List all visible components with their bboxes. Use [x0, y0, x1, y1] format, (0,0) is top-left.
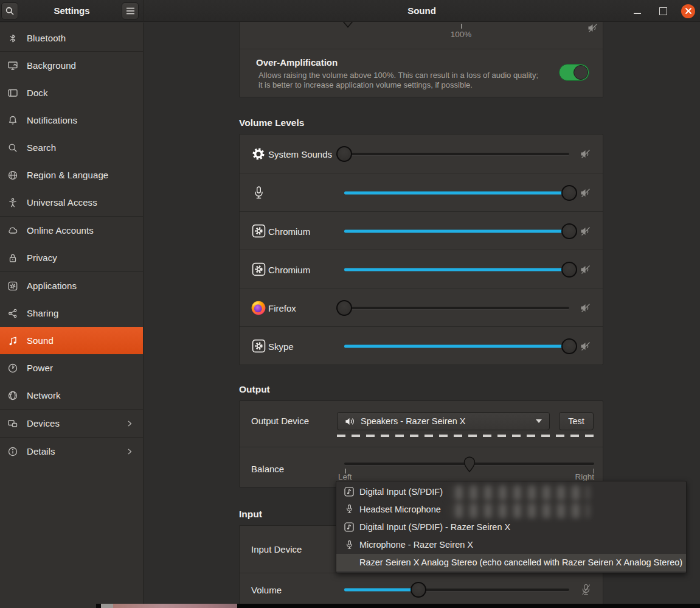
- popup-item-label: Digital Input (S/PDIF) - Razer Seiren X: [359, 522, 510, 532]
- accessibility-icon: [7, 197, 18, 208]
- muted-speaker-icon[interactable]: [578, 148, 593, 160]
- input-volume-slider[interactable]: [344, 581, 569, 598]
- system-volume-card: 100% Over-Amplification Allows raising t…: [239, 22, 603, 97]
- over-amplification-description: Allows raising the volume above 100%. Th…: [258, 71, 538, 80]
- slider-thumb[interactable]: [411, 582, 426, 598]
- muted-microphone-icon[interactable]: [578, 584, 593, 596]
- sidebar-item-notifications[interactable]: Notifications: [0, 107, 143, 134]
- muted-speaker-icon[interactable]: [578, 187, 593, 199]
- sidebar-item-dock[interactable]: Dock: [0, 79, 143, 107]
- slider-track[interactable]: [344, 153, 569, 155]
- output-device-dropdown[interactable]: Speakers - Razer Seiren X: [337, 412, 550, 430]
- volume-row-label: System Sounds: [268, 149, 332, 159]
- page-title: Sound: [144, 0, 700, 21]
- chevron-right-icon: [126, 447, 133, 456]
- bluetooth-icon: [7, 33, 18, 44]
- muted-speaker-icon[interactable]: [578, 225, 593, 237]
- slider-track[interactable]: [344, 307, 569, 309]
- slider-thumb[interactable]: [336, 146, 352, 162]
- volume-row-label: Chromium: [268, 264, 310, 274]
- muted-speaker-icon[interactable]: [587, 23, 599, 33]
- sidebar-item-region-language[interactable]: Region & Language: [0, 161, 143, 189]
- sidebar-item-devices[interactable]: Devices: [0, 410, 143, 437]
- system-volume-slider-thumb[interactable]: [341, 22, 355, 28]
- sidebar-item-search[interactable]: Search: [0, 134, 143, 161]
- over-amplification-description: it is better to increase application vol…: [258, 80, 473, 90]
- slider-fill: [344, 268, 569, 271]
- volume-row-chromium: Chromium: [240, 212, 603, 250]
- slider-thumb[interactable]: [336, 300, 352, 316]
- muted-speaker-icon[interactable]: [578, 340, 593, 352]
- muted-speaker-icon[interactable]: [578, 264, 593, 276]
- background-window-strip: [96, 604, 101, 608]
- background-window-strip: [101, 604, 113, 608]
- volume-slider[interactable]: [344, 145, 569, 162]
- popup-item-razer-analog-stereo[interactable]: Razer Seiren X Analog Stereo (echo cance…: [336, 554, 686, 571]
- slider-thumb[interactable]: [561, 338, 577, 354]
- input-heading: Input: [239, 509, 262, 520]
- balance-thumb[interactable]: [463, 456, 476, 473]
- volume-slider[interactable]: [344, 299, 569, 316]
- popup-item-digital-input-razer[interactable]: Digital Input (S/PDIF) - Razer Seiren X: [336, 518, 686, 536]
- redacted-text: [448, 503, 589, 518]
- popup-item-label: Digital Input (S/PDIF): [359, 487, 443, 497]
- test-button[interactable]: Test: [559, 412, 594, 430]
- popup-item-microphone-razer[interactable]: Microphone - Razer Seiren X: [336, 536, 686, 554]
- over-amplification-title: Over-Amplification: [256, 57, 338, 68]
- background-window-strip: [113, 604, 237, 608]
- sidebar-item-label: Sharing: [27, 308, 58, 318]
- slider-thumb[interactable]: [561, 185, 577, 201]
- volume-slider[interactable]: [344, 261, 569, 278]
- close-button[interactable]: [681, 4, 695, 18]
- sidebar-item-network[interactable]: Network: [0, 382, 143, 409]
- balance-min-label: Left: [338, 472, 352, 481]
- volume-row-label: Firefox: [268, 302, 296, 313]
- sidebar-item-privacy[interactable]: Privacy: [0, 244, 143, 271]
- share-icon: [7, 308, 18, 319]
- bell-icon: [7, 115, 18, 126]
- applications-icon: [7, 281, 18, 292]
- volume-slider[interactable]: [344, 184, 569, 201]
- input-device-popup-menu: Digital Input (S/PDIF) Headset Microphon…: [336, 481, 687, 573]
- volume-levels-heading: Volume Levels: [239, 117, 304, 128]
- maximize-button[interactable]: [656, 4, 670, 18]
- chevron-down-icon: [536, 419, 542, 423]
- sidebar-item-label: Background: [27, 60, 76, 71]
- slider-fill: [344, 229, 569, 232]
- digital-input-icon: [344, 522, 354, 533]
- slider-fill: [344, 344, 569, 348]
- popup-item-label: Microphone - Razer Seiren X: [359, 540, 473, 550]
- sidebar-item-sound[interactable]: Sound: [0, 327, 143, 354]
- volume-slider[interactable]: [344, 338, 569, 355]
- slider-thumb[interactable]: [561, 262, 577, 278]
- lock-icon: [7, 253, 18, 264]
- sidebar-item-sharing[interactable]: Sharing: [0, 299, 143, 327]
- slider-thumb[interactable]: [561, 223, 577, 239]
- popup-item-label: Headset Microphone: [359, 505, 441, 514]
- volume-slider[interactable]: [344, 223, 569, 240]
- sidebar-item-universal-access[interactable]: Universal Access: [0, 189, 143, 216]
- balance-slider[interactable]: [344, 455, 594, 472]
- sidebar-item-label: Sound: [27, 335, 54, 346]
- sidebar-item-applications[interactable]: Applications: [0, 272, 143, 299]
- muted-speaker-icon[interactable]: [578, 302, 593, 314]
- sidebar-item-label: Online Accounts: [27, 225, 94, 236]
- over-amplification-toggle[interactable]: [559, 64, 589, 81]
- sidebar-item-label: Applications: [27, 281, 77, 291]
- sidebar-item-bluetooth[interactable]: Bluetooth: [0, 24, 143, 52]
- app-icon: [250, 338, 267, 355]
- close-icon: [685, 7, 692, 15]
- window-controls: [630, 0, 695, 22]
- devices-icon: [7, 418, 18, 429]
- chevron-right-icon: [126, 419, 133, 428]
- output-card: Output Device Speakers - Razer Seiren X …: [239, 400, 603, 487]
- row-separator: [240, 447, 603, 447]
- sidebar-item-power[interactable]: Power: [0, 354, 143, 382]
- hamburger-menu-button[interactable]: [122, 2, 139, 19]
- gear-icon: [250, 145, 267, 162]
- minimize-button[interactable]: [630, 4, 645, 18]
- sidebar-item-details[interactable]: Details: [0, 438, 143, 465]
- dock-icon: [7, 88, 18, 99]
- sidebar-item-online-accounts[interactable]: Online Accounts: [0, 217, 143, 244]
- sidebar-item-background[interactable]: Background: [0, 52, 143, 79]
